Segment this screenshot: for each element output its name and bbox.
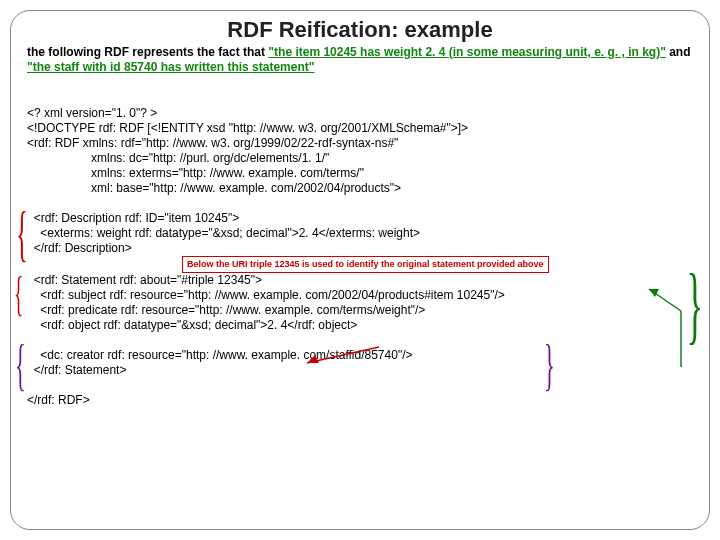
- intro-paragraph: the following RDF represents the fact th…: [27, 45, 693, 75]
- intro-quote2: "the staff with id 85740 has written thi…: [27, 60, 314, 74]
- xml-decl: <? xml version="1. 0"? >: [27, 106, 157, 120]
- brace-left-red-icon: {: [16, 195, 28, 273]
- stmt-object: <rdf: object rdf: datatype="&xsd; decima…: [40, 318, 357, 332]
- xml-root-open: <rdf: RDF xmlns: rdf="http: //www. w3. o…: [27, 136, 398, 150]
- xml-block: <? xml version="1. 0"? > <!DOCTYPE rdf: …: [27, 91, 693, 408]
- statement-top-block: {} <rdf: Statement rdf: about="#triple 1…: [27, 273, 693, 333]
- intro-quote1: "the item 10245 has weight 2. 4 (in some…: [268, 45, 665, 59]
- xml-doctype: <!DOCTYPE rdf: RDF [<!ENTITY xsd "http: …: [27, 121, 468, 135]
- brace-right-purple-icon: }: [544, 330, 555, 400]
- intro-prefix: the following RDF represents the fact th…: [27, 45, 268, 59]
- xml-ns-base: xml: base="http: //www. example. com/200…: [27, 181, 693, 196]
- brace-right-green-icon: }: [686, 251, 703, 359]
- note-annotation: Below the URI triple 12345 is used to id…: [182, 256, 549, 273]
- brace-left-red2-icon: {: [14, 264, 23, 324]
- desc-weight: <exterms: weight rdf: datatype="&xsd; de…: [40, 226, 420, 240]
- description-block: { <rdf: Description rdf: ID="item 10245"…: [27, 211, 693, 256]
- desc-open: <rdf: Description rdf: ID="item 10245">: [34, 211, 240, 225]
- xml-ns-exterms: xmlns: exterms="http: //www. example. co…: [27, 166, 693, 181]
- intro-mid: and: [666, 45, 691, 59]
- xml-ns-dc: xmlns: dc="http: //purl. org/dc/elements…: [27, 151, 693, 166]
- stmt-subject: <rdf: subject rdf: resource="http: //www…: [40, 288, 504, 302]
- stmt-creator: <dc: creator rdf: resource="http: //www.…: [40, 348, 412, 362]
- desc-close: </rdf: Description>: [34, 241, 132, 255]
- stmt-close: </rdf: Statement>: [34, 363, 127, 377]
- stmt-open: <rdf: Statement rdf: about="#triple 1234…: [34, 273, 262, 287]
- brace-left-purple-icon: {: [15, 330, 26, 400]
- page-title: RDF Reification: example: [27, 17, 693, 43]
- stmt-predicate: <rdf: predicate rdf: resource="http: //w…: [40, 303, 425, 317]
- statement-bottom-block: {} <dc: creator rdf: resource="http: //w…: [27, 348, 693, 378]
- root-close: </rdf: RDF>: [27, 393, 90, 407]
